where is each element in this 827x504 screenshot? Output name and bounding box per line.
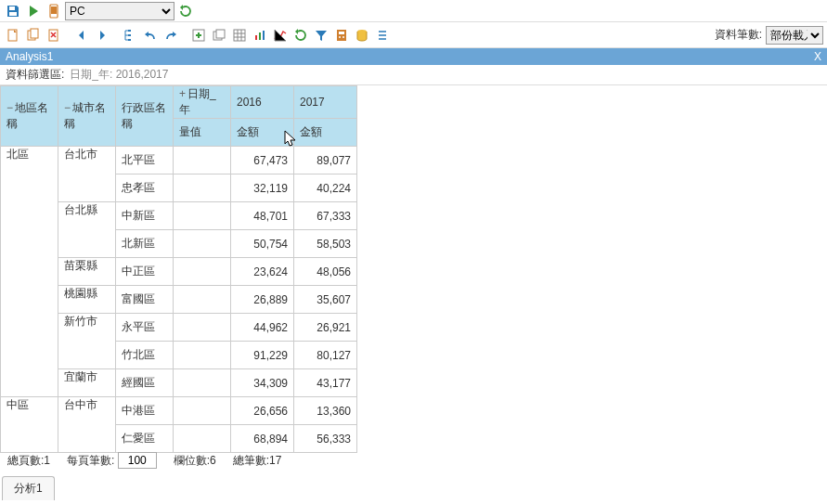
district-cell: 中港區 xyxy=(116,397,174,425)
expand-icon[interactable]: + xyxy=(179,87,186,100)
table-add-icon[interactable] xyxy=(189,26,208,45)
district-cell: 北新區 xyxy=(116,230,174,258)
svg-rect-13 xyxy=(216,30,225,38)
pivot-table[interactable]: −地區名稱 −城市名稱 行政區名稱 +日期_年 2016 2017 量值 金額 … xyxy=(0,85,357,453)
next-icon[interactable] xyxy=(93,26,111,45)
table-row[interactable]: 中區台中市中港區26,65613,360 xyxy=(1,397,357,425)
delete-doc-icon[interactable] xyxy=(45,26,63,45)
undo-icon[interactable] xyxy=(141,26,160,45)
district-cell: 經國區 xyxy=(116,369,174,397)
pagination-footer: 總頁數:1 每頁筆數: 欄位數:6 總筆數:17 xyxy=(0,446,289,474)
line-chart-icon[interactable] xyxy=(271,26,290,45)
value-cell: 67,473 xyxy=(231,147,294,174)
filter-icon[interactable] xyxy=(312,26,330,45)
dim-district-header[interactable]: 行政區名稱 xyxy=(116,86,174,147)
value-cell: 89,077 xyxy=(294,147,357,174)
value-cell: 40,224 xyxy=(294,174,357,202)
value-cell: 91,229 xyxy=(231,342,294,369)
year-2017-header[interactable]: 2017 xyxy=(294,86,357,119)
svg-rect-6 xyxy=(31,29,38,38)
calc-icon[interactable] xyxy=(332,26,351,45)
svg-rect-19 xyxy=(339,32,344,34)
dim-city-header[interactable]: −城市名稱 xyxy=(58,86,116,147)
col-dim-header[interactable]: +日期_年 xyxy=(174,86,231,119)
close-icon[interactable]: X xyxy=(814,50,821,63)
svg-rect-8 xyxy=(128,30,131,32)
save-icon[interactable] xyxy=(4,2,22,20)
tab-analysis-1[interactable]: 分析1 xyxy=(2,476,55,500)
city-cell: 苗栗縣 xyxy=(58,258,116,286)
district-cell: 北平區 xyxy=(116,147,174,174)
svg-rect-18 xyxy=(337,30,346,41)
district-cell: 忠孝區 xyxy=(116,174,174,202)
svg-rect-10 xyxy=(128,39,131,41)
reload-icon[interactable] xyxy=(291,26,310,45)
device-icon[interactable] xyxy=(45,2,63,20)
value-cell: 58,503 xyxy=(294,230,357,258)
svg-rect-16 xyxy=(259,32,261,40)
year-2016-header[interactable]: 2016 xyxy=(231,86,294,119)
city-cell: 台中市 xyxy=(58,397,116,453)
value-cell: 35,607 xyxy=(294,286,357,314)
new-doc-icon[interactable] xyxy=(4,26,22,45)
district-cell: 中新區 xyxy=(116,202,174,230)
play-icon[interactable] xyxy=(24,2,43,20)
value-label-2017[interactable]: 金額 xyxy=(294,119,357,147)
grid-icon[interactable] xyxy=(230,26,249,45)
value-cell: 26,889 xyxy=(231,286,294,314)
prev-icon[interactable] xyxy=(72,26,91,45)
district-cell: 竹北區 xyxy=(116,342,174,369)
table-copy-icon[interactable] xyxy=(210,26,228,45)
svg-point-20 xyxy=(339,36,341,38)
value-cell: 56,333 xyxy=(294,425,357,453)
value-cell: 23,624 xyxy=(231,258,294,286)
per-page-input[interactable] xyxy=(118,452,157,469)
measure-header[interactable]: 量值 xyxy=(174,119,231,147)
value-cell: 48,056 xyxy=(294,258,357,286)
svg-rect-15 xyxy=(255,35,257,40)
region-cell: 北區 xyxy=(1,147,58,397)
data-rows-label: 資料筆數: xyxy=(715,27,762,43)
svg-rect-9 xyxy=(128,34,131,36)
collapse-icon[interactable]: − xyxy=(64,101,71,114)
bar-chart-icon[interactable] xyxy=(251,26,269,45)
value-cell: 26,921 xyxy=(294,314,357,342)
value-cell: 26,656 xyxy=(231,397,294,425)
value-cell: 44,962 xyxy=(231,314,294,342)
value-label-2016[interactable]: 金額 xyxy=(231,119,294,147)
city-cell: 台北縣 xyxy=(58,202,116,258)
filter-label: 資料篩選區: xyxy=(6,67,64,83)
collapse-icon[interactable]: − xyxy=(6,101,13,114)
tree-icon[interactable] xyxy=(121,26,139,45)
region-cell: 中區 xyxy=(1,397,58,453)
copy-doc-icon[interactable] xyxy=(24,26,43,45)
value-cell: 43,177 xyxy=(294,369,357,397)
list-icon[interactable] xyxy=(373,26,392,45)
filter-value: 日期_年: 2016,2017 xyxy=(70,67,168,83)
svg-point-21 xyxy=(342,36,344,38)
city-cell: 新竹市 xyxy=(58,314,116,369)
district-cell: 富國區 xyxy=(116,286,174,314)
value-cell: 50,754 xyxy=(231,230,294,258)
value-cell: 34,309 xyxy=(231,369,294,397)
svg-rect-1 xyxy=(9,12,17,16)
value-cell: 13,360 xyxy=(294,397,357,425)
dim-region-header[interactable]: −地區名稱 xyxy=(1,86,58,147)
value-cell: 67,333 xyxy=(294,202,357,230)
svg-rect-14 xyxy=(234,30,245,41)
table-row[interactable]: 北區台北市北平區67,47389,077 xyxy=(1,147,357,174)
city-cell: 桃園縣 xyxy=(58,286,116,314)
value-cell: 80,127 xyxy=(294,342,357,369)
value-cell: 32,119 xyxy=(231,174,294,202)
district-cell: 永平區 xyxy=(116,314,174,342)
redo-icon[interactable] xyxy=(162,26,180,45)
city-cell: 台北市 xyxy=(58,147,116,202)
analysis-title: Analysis1 xyxy=(6,50,53,63)
device-select[interactable]: PC xyxy=(65,2,174,20)
city-cell: 宜蘭市 xyxy=(58,369,116,397)
database-icon[interactable] xyxy=(353,26,371,45)
svg-rect-0 xyxy=(9,6,15,10)
refresh-icon[interactable] xyxy=(176,2,195,20)
svg-rect-3 xyxy=(51,6,57,14)
load-mode-select[interactable]: 部份載入 xyxy=(766,26,823,45)
